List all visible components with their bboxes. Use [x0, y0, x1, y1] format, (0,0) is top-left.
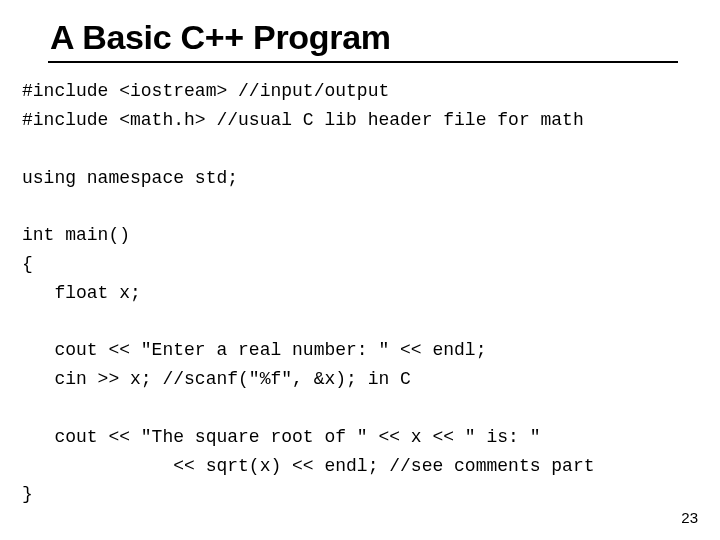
code-line: cout << "The square root of " << x << " … [22, 427, 540, 447]
title-underline [48, 61, 678, 63]
code-line: { [22, 254, 33, 274]
code-line: << sqrt(x) << endl; //see comments part [22, 456, 595, 476]
code-line: using namespace std; [22, 168, 238, 188]
code-line: float x; [22, 283, 141, 303]
page-number: 23 [681, 509, 698, 526]
code-line: cout << "Enter a real number: " << endl; [22, 340, 486, 360]
code-line: #include <iostream> //input/output [22, 81, 389, 101]
code-line: cin >> x; //scanf("%f", &x); in C [22, 369, 411, 389]
code-line: #include <math.h> //usual C lib header f… [22, 110, 584, 130]
code-block: #include <iostream> //input/output #incl… [22, 77, 698, 509]
code-line: int main() [22, 225, 130, 245]
code-line: } [22, 484, 33, 504]
slide-title: A Basic C++ Program [50, 18, 698, 57]
slide: A Basic C++ Program #include <iostream> … [0, 0, 720, 540]
